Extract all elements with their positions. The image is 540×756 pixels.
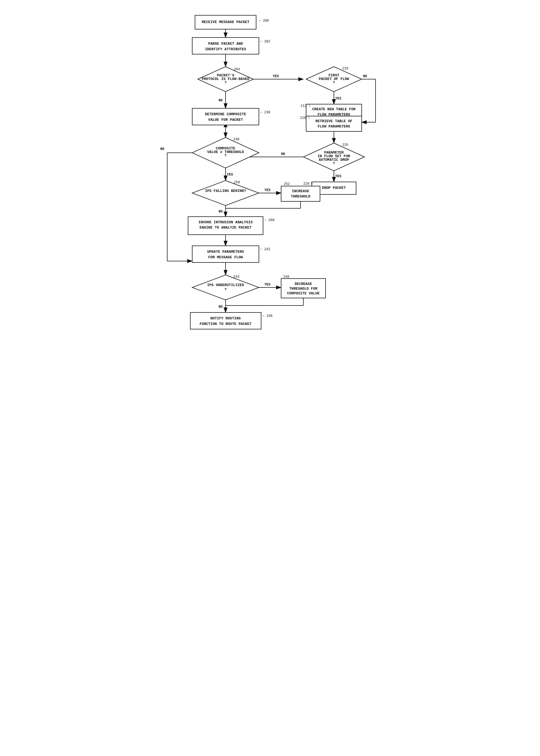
- label-no-244: NO: [218, 305, 222, 309]
- label-invoke-2: ENGINE TO ANALYZE PACKET: [200, 225, 251, 230]
- label-composite-1: DETERMINE COMPOSITE: [205, 112, 246, 116]
- label-parse-packet-2: IDENTIFY ATTRIBUTES: [205, 47, 246, 52]
- label-notify-1: NOTIFY ROUTING: [210, 316, 240, 320]
- ref-210: 210: [342, 66, 348, 70]
- ref-242: ~ 242: [260, 247, 270, 251]
- ref-202: ~ 202: [260, 40, 270, 44]
- label-yes-204: YES: [273, 74, 279, 78]
- ref-226: 226: [342, 143, 348, 147]
- label-underutil-1: IPS UNDERUTILIZED: [207, 283, 244, 287]
- label-no-226: NO: [281, 152, 285, 156]
- label-invoke-1: INVOKE INTRUSION ANALYSIS: [198, 220, 252, 224]
- label-composite-2: VALUE FOR PACKET: [208, 118, 243, 122]
- label-decrease-2: THRESHOLD FOR: [289, 287, 318, 291]
- node-notify-routing: [190, 313, 261, 329]
- ref-200: ~ 200: [259, 19, 269, 23]
- node-update-params: [192, 246, 259, 262]
- label-receive-message-packet: RECEIVE MESSAGE PACKET: [202, 20, 249, 24]
- label-drop-packet: DROP PACKET: [322, 186, 346, 190]
- ref-204: 204: [234, 67, 240, 71]
- label-create-table-1: CREATE NEW TABLE FOR: [312, 107, 355, 111]
- label-increase-1: INCREASE: [292, 189, 310, 193]
- label-update-2: FOR MESSAGE FLOW: [208, 255, 243, 259]
- ref-260: ~ 260: [264, 218, 274, 222]
- label-retrieve-1: RETRIEVE TABLE OF: [316, 119, 352, 123]
- label-ips-falling-1: IPS FALLING BEHIND?: [205, 189, 246, 193]
- label-no-240: NO: [160, 147, 164, 151]
- label-yes-210: YES: [335, 97, 341, 100]
- label-yes-240: YES: [227, 173, 233, 177]
- node-increase-threshold: [281, 186, 320, 201]
- flowchart-container: RECEIVE MESSAGE PACKET ~ 200 PARSE PACKE…: [145, 6, 395, 394]
- label-yes-250: YES: [264, 188, 271, 192]
- ref-248: ~ 248: [262, 314, 273, 318]
- label-parse-packet-1: PARSE PACKET AND: [208, 42, 243, 46]
- ref-252: 252: [284, 182, 290, 186]
- node-retrieve-table: [306, 116, 362, 131]
- label-auto-drop-4: ?: [333, 161, 335, 166]
- ref-246: 246: [283, 275, 289, 279]
- ref-244: 244: [233, 275, 239, 279]
- ref-212: 212 \: [301, 104, 311, 108]
- label-decrease-3: COMPOSITE VALUE: [287, 291, 320, 296]
- label-no-250: NO: [218, 210, 222, 213]
- label-protocol-3: ?: [224, 80, 227, 85]
- node-composite-value: [192, 108, 259, 125]
- label-update-1: UPDATE PARAMETERS: [207, 250, 244, 254]
- ref-250: 250: [234, 181, 240, 185]
- label-notify-2: FUNCTION TO ROUTE PACKET: [200, 322, 251, 326]
- label-first-packet-3: ?: [333, 80, 335, 85]
- label-retrieve-2: FLOW PARAMETERS: [318, 124, 350, 129]
- ref-228: 228 \: [303, 182, 313, 186]
- label-underutil-2: ?: [224, 288, 227, 292]
- label-threshold-3: ?: [224, 154, 227, 158]
- ref-220: 220 \: [300, 116, 310, 120]
- label-no-210: NO: [363, 74, 367, 78]
- label-yes-244: YES: [264, 283, 271, 287]
- label-yes-226: YES: [335, 175, 341, 178]
- label-increase-2: THRESHOLD: [291, 194, 310, 198]
- label-decrease-1: DECREASE: [295, 282, 312, 286]
- label-no-204: NO: [218, 99, 222, 102]
- ref-230: ~ 230: [260, 110, 270, 114]
- ref-240: 240: [233, 138, 239, 141]
